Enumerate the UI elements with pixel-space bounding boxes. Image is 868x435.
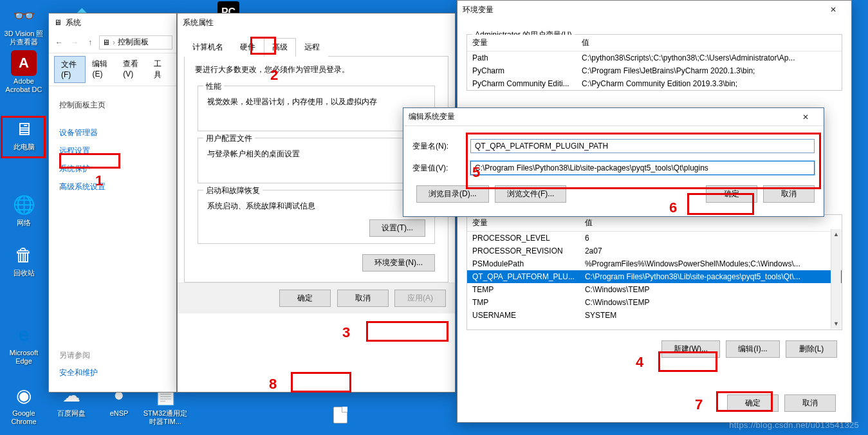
menu-bar: 文件(F) 编辑(E) 查看(V) 工具 <box>49 53 176 86</box>
startup-desc: 系统启动、系统故障和调试信息 <box>207 197 425 219</box>
see-also-header: 另请参阅 <box>59 350 98 361</box>
scrollbar[interactable]: ▲ ▼ <box>831 229 841 329</box>
edit-button[interactable]: 编辑(I)... <box>726 340 779 358</box>
titlebar[interactable]: 环境变量 ✕ <box>457 1 851 19</box>
cancel-button[interactable]: 取消 <box>784 394 836 412</box>
desktop-icon[interactable]: AAdobe Acrobat DC <box>1 50 46 94</box>
env-vars-button[interactable]: 环境变量(N)... <box>362 254 435 272</box>
new-button[interactable]: 新建(W)... <box>661 340 720 358</box>
delete-button[interactable]: 删除(L) <box>786 340 837 358</box>
user-vars-table[interactable]: 变量值 PathC:\python38\Scripts\;C:\python38… <box>467 35 842 90</box>
ok-button[interactable]: 确定 <box>279 290 331 307</box>
profiles-desc: 与登录帐户相关的桌面设置 <box>207 145 425 176</box>
nav-row: ← → ↑ 🖥 › 控制面板 <box>49 32 176 53</box>
close-icon[interactable]: ✕ <box>793 108 818 126</box>
titlebar[interactable]: 🖥系统 <box>49 14 176 32</box>
menu-file[interactable]: 文件(F) <box>54 56 86 83</box>
side-device-manager[interactable]: 设备管理器 <box>59 125 154 141</box>
tab-advanced[interactable]: 高级 <box>264 38 296 57</box>
dialog-title: 系统属性 <box>183 17 214 28</box>
see-also-security[interactable]: 安全和维护 <box>59 365 98 381</box>
desktop-icon[interactable]: eMicrosoft Edge <box>1 322 46 366</box>
monitor-icon: 🖥 <box>54 18 62 27</box>
desktop-icon[interactable]: 🌐网络 <box>1 192 46 227</box>
side-advanced-settings[interactable]: 高级系统设置 <box>59 179 154 195</box>
monitor-icon: 🖥 <box>102 38 110 47</box>
tab-hardware[interactable]: 硬件 <box>232 38 264 57</box>
menu-view[interactable]: 查看(V) <box>116 56 147 83</box>
table-row[interactable]: PROCESSOR_LEVEL6 <box>467 232 842 245</box>
tabs: 计算机名 硬件 高级 远程 <box>184 35 448 57</box>
desktop-icon[interactable]: 🗑回收站 <box>1 242 46 277</box>
system-window: 🖥系统 ← → ↑ 🖥 › 控制面板 文件(F) 编辑(E) 查看(V) 工具 … <box>48 13 177 393</box>
var-value-label: 变量值(V): <box>412 163 464 174</box>
titlebar[interactable]: 编辑系统变量 ✕ <box>403 108 824 126</box>
table-row[interactable]: PROCESSOR_REVISION2a07 <box>467 245 842 257</box>
menu-edit[interactable]: 编辑(E) <box>86 56 116 83</box>
table-row[interactable]: USERNAMESYSTEM <box>467 309 842 322</box>
admin-notice: 要进行大多数更改，您必须作为管理员登录。 <box>189 64 444 79</box>
perf-desc: 视觉效果，处理器计划，内存使用，以及虚拟内存 <box>207 93 425 124</box>
table-row[interactable]: PyCharmC:\Program Files\JetBrains\PyChar… <box>467 64 842 77</box>
sys-vars-table[interactable]: 变量值 PROCESSOR_LEVEL6PROCESSOR_REVISION2a… <box>467 215 842 322</box>
startup-group: 启动和故障恢复 系统启动、系统故障和调试信息 设置(T)... <box>198 190 435 244</box>
table-row[interactable]: TEMPC:\Windows\TEMP <box>467 283 842 296</box>
cancel-button[interactable]: 取消 <box>337 290 389 307</box>
cancel-button[interactable]: 取消 <box>763 185 815 203</box>
browse-file-button[interactable]: 浏览文件(F)... <box>495 185 566 203</box>
side-protection[interactable]: 系统保护 <box>59 161 154 177</box>
dialog-title: 编辑系统变量 <box>409 111 455 122</box>
desktop-icon[interactable]: ◉Google Chrome <box>1 382 46 426</box>
var-name-input[interactable] <box>470 139 815 153</box>
ok-button[interactable]: 确定 <box>727 394 779 412</box>
file-drag-icon <box>333 407 347 423</box>
table-row[interactable]: PyCharm Community Editi...C:\PyCharm Com… <box>467 77 842 90</box>
desktop-icon[interactable]: 🖥此电脑 <box>1 116 46 151</box>
scroll-down-icon[interactable]: ▼ <box>831 319 841 329</box>
tab-remote[interactable]: 远程 <box>296 38 328 57</box>
cp-home[interactable]: 控制面板主页 <box>59 97 154 113</box>
titlebar[interactable]: 系统属性 <box>178 14 455 32</box>
side-panel: 控制面板主页 设备管理器 远程设置 系统保护 高级系统设置 <box>49 86 165 206</box>
table-row[interactable]: QT_QPA_PLATFORM_PLU...C:\Program Files\P… <box>467 270 842 283</box>
watermark: https://blog.csdn.net/u013541325 <box>729 420 859 430</box>
startup-settings-button[interactable]: 设置(T)... <box>369 219 425 237</box>
apply-button[interactable]: 应用(A) <box>394 290 446 307</box>
var-value-input[interactable] <box>470 161 815 175</box>
window-title: 系统 <box>66 17 81 28</box>
menu-tools[interactable]: 工具 <box>147 56 171 83</box>
table-row[interactable]: PSModulePath%ProgramFiles%\WindowsPowerS… <box>467 257 842 270</box>
close-icon[interactable]: ✕ <box>820 1 846 19</box>
edit-var-dialog: 编辑系统变量 ✕ 变量名(N): 变量值(V): 浏览目录(D)... 浏览文件… <box>403 107 824 217</box>
table-row[interactable]: TMPC:\Windows\TEMP <box>467 296 842 309</box>
scroll-up-icon[interactable]: ▲ <box>831 229 841 239</box>
tab-computer-name[interactable]: 计算机名 <box>184 38 232 57</box>
breadcrumb[interactable]: 🖥 › 控制面板 <box>99 35 172 50</box>
back-arrow-icon[interactable]: ← <box>53 36 66 49</box>
browse-dir-button[interactable]: 浏览目录(D)... <box>416 185 489 203</box>
user-vars-group: Administrator 的用户变量(U) 变量值 PathC:\python… <box>466 34 842 91</box>
sys-vars-group: 变量值 PROCESSOR_LEVEL6PROCESSOR_REVISION2a… <box>466 214 842 330</box>
side-remote[interactable]: 远程设置 <box>59 143 154 159</box>
ok-button[interactable]: 确定 <box>706 185 757 203</box>
desktop-icon[interactable]: 👓3D Vision 照片查看器 <box>1 3 46 46</box>
perf-group: 性能 视觉效果，处理器计划，内存使用，以及虚拟内存 <box>198 86 435 131</box>
var-name-label: 变量名(N): <box>412 141 464 152</box>
profiles-group: 用户配置文件 与登录帐户相关的桌面设置 <box>198 138 435 183</box>
forward-arrow-icon[interactable]: → <box>68 36 81 49</box>
table-row[interactable]: PathC:\python38\Scripts\;C:\python38\;C:… <box>467 51 842 65</box>
dialog-title: 环境变量 <box>463 5 494 15</box>
up-arrow-icon[interactable]: ↑ <box>84 36 97 49</box>
